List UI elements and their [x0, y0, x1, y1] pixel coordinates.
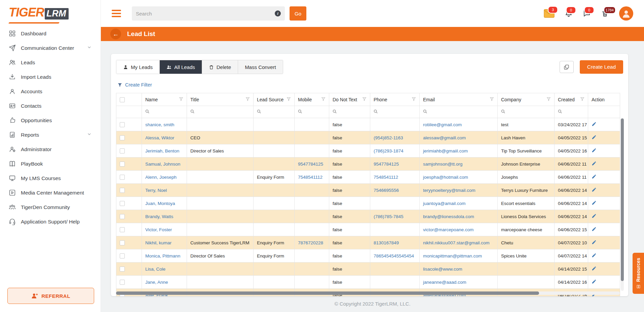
sidebar-item-import-leads[interactable]: Import Leads: [0, 70, 101, 84]
email-filter-cell[interactable]: [420, 106, 498, 118]
filter-funnel-icon[interactable]: [245, 97, 250, 102]
lead-name-link[interactable]: Jerimiah, Benton: [145, 148, 179, 153]
title-filter-cell[interactable]: [187, 106, 254, 118]
horizontal-scrollbar-thumb[interactable]: [116, 291, 539, 295]
row-checkbox[interactable]: [120, 162, 125, 167]
phone-link[interactable]: 9547784125: [374, 162, 399, 167]
lead-name-link[interactable]: shanice, smith: [145, 122, 174, 127]
select-all-checkbox[interactable]: [120, 97, 125, 102]
edit-pencil-icon[interactable]: [592, 135, 597, 140]
create-filter-link[interactable]: Create Filter: [125, 82, 152, 88]
lead-name-link[interactable]: Alenn, Joeseph: [145, 175, 177, 180]
row-checkbox[interactable]: [120, 175, 125, 180]
lead-source-filter-cell[interactable]: [254, 106, 295, 118]
vertical-scrollbar-thumb[interactable]: [621, 118, 624, 281]
phone-link[interactable]: (786)293-1874: [374, 148, 404, 153]
referral-button[interactable]: REFERRAL: [7, 288, 94, 304]
edit-pencil-icon[interactable]: [592, 266, 597, 271]
lead-name-link[interactable]: Lisa, Cole: [145, 267, 165, 272]
edit-pencil-icon[interactable]: [592, 227, 597, 232]
edit-pencil-icon[interactable]: [592, 279, 597, 284]
sidebar-item-communication-center[interactable]: Communication Center: [0, 41, 101, 55]
do-not-text-filter-cell[interactable]: [329, 106, 370, 118]
lead-name-link[interactable]: Juan, Montoya: [145, 201, 175, 206]
email-link[interactable]: nikhil.nikkuu007.star@gmail.com: [423, 240, 490, 245]
row-checkbox[interactable]: [120, 280, 125, 285]
row-checkbox[interactable]: [120, 227, 125, 232]
phone-link[interactable]: 7865454545545454: [374, 253, 414, 258]
edit-pencil-icon[interactable]: [592, 253, 597, 258]
email-link[interactable]: victor@marcepoane.com: [423, 227, 473, 232]
sidebar-item-opportunities[interactable]: Opportunities: [0, 113, 101, 128]
row-checkbox[interactable]: [120, 214, 125, 219]
tab-mass-convert[interactable]: Mass Convert: [238, 60, 283, 74]
filter-funnel-icon[interactable]: [179, 97, 183, 102]
filter-funnel-icon[interactable]: [412, 97, 416, 102]
tab-all-leads[interactable]: All Leads: [160, 60, 202, 74]
mobile-link[interactable]: 7548541112: [298, 175, 323, 180]
company-filter-cell[interactable]: [498, 106, 555, 118]
tab-my-leads[interactable]: My Leads: [116, 60, 160, 74]
created-filter-cell[interactable]: [555, 106, 588, 118]
sidebar-item-dashboard[interactable]: Dashboard: [0, 26, 101, 41]
email-link[interactable]: janeanne@aaad.com: [423, 280, 466, 285]
mobile-link[interactable]: 7876720228: [298, 240, 323, 245]
lead-name-link[interactable]: Samual, Johnson: [145, 162, 180, 167]
lead-name-link[interactable]: Terry, Noel: [145, 188, 167, 193]
edit-pencil-icon[interactable]: [592, 122, 597, 127]
phone-link[interactable]: (786)785-7845: [374, 214, 404, 219]
edit-pencil-icon[interactable]: [592, 213, 597, 218]
sidebar-item-tigerden-community[interactable]: TigerDen Community: [0, 200, 101, 214]
sidebar-item-my-lms-courses[interactable]: My LMS Courses: [0, 171, 101, 185]
search-info-icon[interactable]: i: [275, 10, 281, 16]
brand-logo[interactable]: TIGER LRM: [0, 0, 101, 22]
email-link[interactable]: samjohnson@tt.org: [423, 162, 462, 167]
row-checkbox[interactable]: [120, 267, 125, 272]
lead-name-link[interactable]: Nikhil, kumar: [145, 240, 172, 245]
mail-button[interactable]: 3: [544, 9, 555, 18]
search-go-button[interactable]: Go: [290, 6, 306, 21]
lead-name-link[interactable]: Victor, Foster: [145, 227, 172, 232]
filter-funnel-icon[interactable]: [321, 97, 326, 102]
edit-pencil-icon[interactable]: [592, 148, 597, 153]
lead-name-link[interactable]: Alessa, Wiktor: [145, 135, 174, 140]
edit-pencil-icon[interactable]: [592, 174, 597, 179]
notifications-button[interactable]: 0: [565, 9, 573, 18]
back-button[interactable]: ←: [110, 29, 121, 39]
filter-funnel-icon[interactable]: [490, 97, 494, 102]
row-checkbox[interactable]: [120, 148, 125, 153]
mobile-filter-cell[interactable]: [295, 106, 329, 118]
row-checkbox[interactable]: [120, 188, 125, 193]
create-lead-button[interactable]: Create Lead: [580, 60, 623, 74]
lead-name-link[interactable]: Brandy, Watts: [145, 214, 173, 219]
phone-link[interactable]: 8130167849: [374, 240, 399, 245]
phone-filter-cell[interactable]: [370, 106, 420, 118]
email-link[interactable]: jerimiahb@gmaiil.com: [423, 148, 468, 153]
trash-button[interactable]: 1784: [601, 9, 609, 18]
email-link[interactable]: monicapittman@pittman.com: [423, 253, 482, 258]
filter-funnel-icon[interactable]: [580, 97, 584, 102]
lead-name-link[interactable]: Jane, Anne: [145, 280, 168, 285]
email-link[interactable]: rotiilee@gmail.com: [423, 122, 462, 127]
email-link[interactable]: alessaw@gmaill.com: [423, 135, 466, 140]
row-checkbox[interactable]: [120, 135, 125, 140]
filter-funnel-icon[interactable]: [287, 97, 291, 102]
email-link[interactable]: joespha@hotmail.com: [423, 175, 468, 180]
filter-funnel-icon[interactable]: [362, 97, 367, 102]
vertical-scrollbar[interactable]: [621, 118, 624, 291]
sidebar-item-playbook[interactable]: PlayBook: [0, 157, 101, 171]
email-link[interactable]: brandy@lionessdola.com: [423, 214, 474, 219]
resources-tab[interactable]: Resources: [633, 253, 644, 294]
row-checkbox[interactable]: [120, 122, 125, 127]
name-filter-cell[interactable]: [142, 106, 187, 118]
menu-toggle-button[interactable]: [112, 10, 121, 17]
edit-pencil-icon[interactable]: [592, 187, 597, 192]
phone-link[interactable]: 7548541112: [374, 175, 398, 180]
mobile-link[interactable]: 9547784125: [298, 162, 323, 167]
row-checkbox[interactable]: [120, 253, 125, 258]
email-link[interactable]: lisacole@www.com: [423, 267, 462, 272]
sidebar-item-contacts[interactable]: Contacts: [0, 99, 101, 113]
sidebar-item-accounts[interactable]: Accounts: [0, 84, 101, 99]
row-checkbox[interactable]: [120, 201, 125, 206]
tab-delete[interactable]: Delete: [202, 60, 238, 74]
